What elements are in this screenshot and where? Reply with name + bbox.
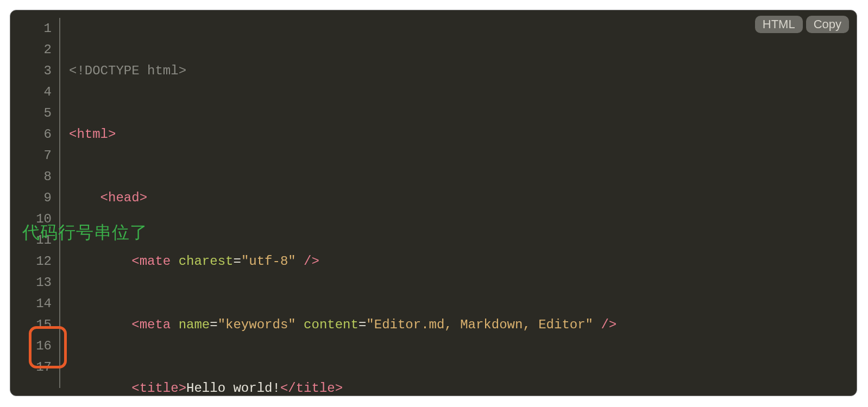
line-number: 15 [10,314,59,335]
line-number: 14 [10,293,59,314]
line-number: 11 [10,230,59,251]
code-line: <html> [69,124,857,145]
line-number: 10 [10,208,59,230]
line-number: 4 [10,81,59,103]
line-number-gutter: 1 2 3 4 5 6 7 8 9 10 11 12 13 14 15 16 1… [10,10,59,378]
code-toolbar: HTML Copy [755,16,849,33]
line-number: 9 [10,187,59,208]
line-number: 12 [10,251,59,272]
line-number: 7 [10,145,59,166]
code-line: <mate charest="utf-8" /> [69,251,857,272]
line-number: 2 [10,39,59,60]
copy-button[interactable]: Copy [806,16,849,33]
gutter-divider [59,18,60,388]
code-line: <meta name="keywords" content="Editor.md… [69,314,857,335]
line-number: 13 [10,272,59,293]
line-number: 8 [10,166,59,187]
code-line: <title>Hello world!</title> [69,378,857,396]
code-line: <head> [69,187,857,208]
line-number: 6 [10,124,59,145]
line-number: 1 [10,18,59,39]
code-line: <!DOCTYPE html> [69,60,857,81]
code-block: HTML Copy 1 2 3 4 5 6 7 8 9 10 11 12 13 … [10,10,857,396]
line-number: 5 [10,103,59,124]
language-badge: HTML [755,16,803,33]
line-number: 3 [10,60,59,81]
code-content[interactable]: <!DOCTYPE html> <html> <head> <mate char… [69,18,857,396]
line-number: 16 [10,335,59,357]
line-number: 17 [10,357,59,378]
